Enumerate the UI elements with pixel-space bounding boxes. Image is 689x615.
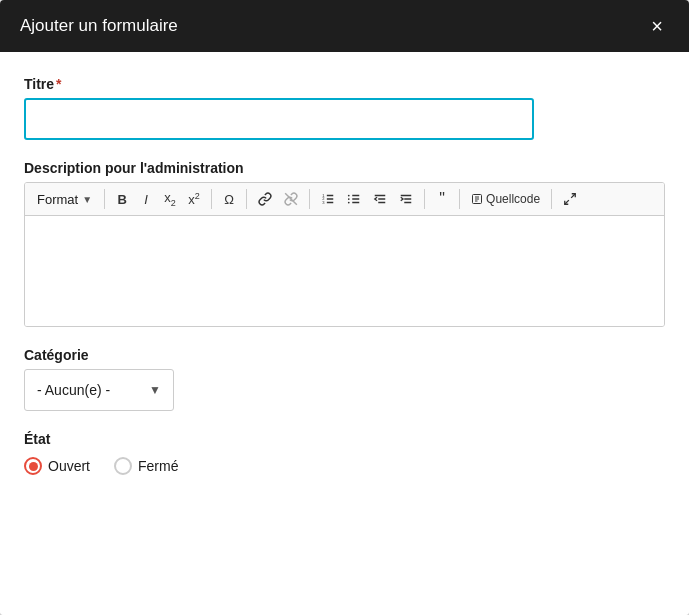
rich-text-editor: Format ▼ B I x2 x2 Ω — [24, 182, 665, 327]
categorie-field-group: Catégorie - Aucun(e) - ▼ — [24, 347, 665, 411]
special-char-button[interactable]: Ω — [218, 187, 240, 211]
ul-icon — [347, 192, 361, 206]
link-icon — [258, 192, 272, 206]
description-field-group: Description pour l'administration Format… — [24, 160, 665, 327]
divider-5 — [424, 189, 425, 209]
source-icon — [471, 193, 483, 205]
titre-input[interactable] — [24, 98, 534, 140]
indent-icon — [399, 192, 413, 206]
etat-ferme-option[interactable]: Fermé — [114, 457, 178, 475]
svg-point-11 — [348, 198, 350, 200]
ferme-radio-label: Fermé — [138, 458, 178, 474]
unlink-button[interactable] — [279, 187, 303, 211]
etat-label: État — [24, 431, 665, 447]
categorie-dropdown-arrow: ▼ — [149, 383, 161, 397]
divider-2 — [211, 189, 212, 209]
svg-point-12 — [348, 202, 350, 204]
add-form-modal: Ajouter un formulaire × Titre * Descript… — [0, 0, 689, 615]
divider-7 — [551, 189, 552, 209]
link-button[interactable] — [253, 187, 277, 211]
categorie-label: Catégorie — [24, 347, 665, 363]
fullscreen-icon — [563, 192, 577, 206]
categorie-dropdown[interactable]: - Aucun(e) - ▼ — [24, 369, 174, 411]
svg-text:3: 3 — [322, 200, 325, 205]
modal-header: Ajouter un formulaire × — [0, 0, 689, 52]
etat-ouvert-option[interactable]: Ouvert — [24, 457, 90, 475]
source-button[interactable]: Quellcode — [466, 187, 545, 211]
divider-3 — [246, 189, 247, 209]
description-label: Description pour l'administration — [24, 160, 665, 176]
editor-content-area[interactable] — [25, 216, 664, 326]
unordered-list-button[interactable] — [342, 187, 366, 211]
format-dropdown[interactable]: Format ▼ — [31, 189, 98, 210]
outdent-icon — [373, 192, 387, 206]
ol-icon: 1 2 3 — [321, 192, 335, 206]
divider-1 — [104, 189, 105, 209]
divider-4 — [309, 189, 310, 209]
titre-label: Titre * — [24, 76, 665, 92]
required-indicator: * — [56, 76, 61, 92]
ouvert-radio-label: Ouvert — [48, 458, 90, 474]
etat-field-group: État Ouvert Fermé — [24, 431, 665, 475]
titre-field-group: Titre * — [24, 76, 665, 140]
divider-6 — [459, 189, 460, 209]
blockquote-button[interactable]: " — [431, 187, 453, 211]
editor-toolbar: Format ▼ B I x2 x2 Ω — [25, 183, 664, 216]
ordered-list-button[interactable]: 1 2 3 — [316, 187, 340, 211]
outdent-button[interactable] — [368, 187, 392, 211]
subscript-button[interactable]: x2 — [159, 187, 181, 211]
ferme-radio-circle — [114, 457, 132, 475]
close-button[interactable]: × — [645, 14, 669, 38]
unlink-icon — [284, 192, 298, 206]
svg-point-10 — [348, 195, 350, 197]
fullscreen-button[interactable] — [558, 187, 582, 211]
indent-button[interactable] — [394, 187, 418, 211]
format-dropdown-arrow: ▼ — [82, 194, 92, 205]
bold-button[interactable]: B — [111, 187, 133, 211]
modal-title: Ajouter un formulaire — [20, 16, 178, 36]
etat-radio-group: Ouvert Fermé — [24, 457, 665, 475]
ouvert-radio-circle — [24, 457, 42, 475]
italic-button[interactable]: I — [135, 187, 157, 211]
modal-body: Titre * Description pour l'administratio… — [0, 52, 689, 615]
superscript-button[interactable]: x2 — [183, 187, 205, 211]
